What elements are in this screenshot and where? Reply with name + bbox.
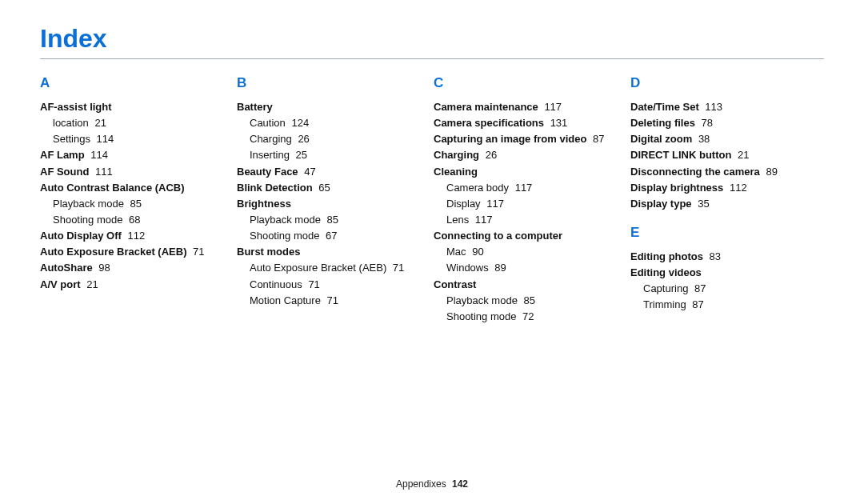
subentry-label: Continuous xyxy=(250,278,302,290)
index-entry: Connecting to a computer xyxy=(434,228,627,244)
entry-label: AutoShare xyxy=(40,262,93,274)
subentry-label: Shooting mode xyxy=(446,310,516,322)
entry-label: Battery xyxy=(237,101,273,113)
index-entry: Deleting files 78 xyxy=(630,115,824,131)
subentry-label: Inserting xyxy=(250,149,290,161)
index-entry: Brightness xyxy=(237,196,430,212)
entry-page: 38 xyxy=(695,133,710,145)
entry-label: Editing photos xyxy=(630,250,703,262)
index-subentry: Shooting mode 68 xyxy=(40,212,234,228)
subentry-label: Auto Exposure Bracket (AEB) xyxy=(250,262,386,274)
index-letter: A xyxy=(40,75,234,91)
index-subentry: Camera body 117 xyxy=(434,180,627,196)
subentry-page: 67 xyxy=(322,230,337,242)
entry-page: 112 xyxy=(125,230,145,242)
entry-label: Connecting to a computer xyxy=(434,230,562,242)
entry-page: 89 xyxy=(763,166,778,178)
subentry-label: Capturing xyxy=(643,282,688,294)
entry-label: A/V port xyxy=(40,278,81,290)
subentry-page: 87 xyxy=(690,298,704,310)
subentry-page: 21 xyxy=(92,117,106,129)
index-letter: C xyxy=(434,75,627,91)
index-entry: Contrast xyxy=(434,277,627,293)
index-entry: Date/Time Set 113 xyxy=(630,99,824,115)
index-column: CCamera maintenance 117Camera specificat… xyxy=(434,75,627,325)
entry-label: Auto Display Off xyxy=(40,230,122,242)
index-entry: Burst modes xyxy=(237,244,430,260)
subentry-label: Shooting mode xyxy=(53,214,122,226)
entry-page: 112 xyxy=(726,182,746,194)
subentry-label: Motion Capture xyxy=(250,294,321,306)
index-subentry: Caution 124 xyxy=(237,115,430,131)
index-subentry: location 21 xyxy=(40,115,234,131)
index-entry: Display type 35 xyxy=(630,196,824,212)
subentry-page: 85 xyxy=(521,294,535,306)
entry-page: 87 xyxy=(590,133,604,145)
subentry-page: 72 xyxy=(519,310,534,322)
index-entry: Display brightness 112 xyxy=(630,180,824,196)
subentry-label: Caution xyxy=(250,117,286,129)
entry-page: 117 xyxy=(542,101,562,113)
index-letter: B xyxy=(237,75,430,91)
index-subentry: Capturing 87 xyxy=(630,281,824,297)
entry-page: 78 xyxy=(698,117,713,129)
index-subentry: Mac 90 xyxy=(434,244,627,260)
subentry-page: 26 xyxy=(295,133,310,145)
index-entry: DIRECT LINK button 21 xyxy=(630,147,824,163)
entry-page: 26 xyxy=(482,149,497,161)
subentry-page: 85 xyxy=(127,198,142,210)
entry-label: AF Sound xyxy=(40,166,89,178)
index-entry: Capturing an image from video 87 xyxy=(434,131,627,147)
subentry-label: Settings xyxy=(53,133,90,145)
index-entry: Battery xyxy=(237,99,430,115)
subentry-label: Playback mode xyxy=(53,198,124,210)
entry-page: 71 xyxy=(190,246,204,258)
index-subentry: Windows 89 xyxy=(434,260,627,276)
entry-label: Blink Detection xyxy=(237,182,313,194)
index-subentry: Playback mode 85 xyxy=(40,196,234,212)
subentry-label: Mac xyxy=(446,246,466,258)
index-column: DDate/Time Set 113Deleting files 78Digit… xyxy=(630,75,824,325)
index-entry: Disconnecting the camera 89 xyxy=(630,164,824,180)
entry-label: Camera maintenance xyxy=(434,101,538,113)
index-subentry: Shooting mode 72 xyxy=(434,309,627,325)
subentry-label: Playback mode xyxy=(250,214,321,226)
entry-label: Brightness xyxy=(237,198,291,210)
page: Index AAF-assist lightlocation 21Setting… xyxy=(0,0,864,504)
entry-page: 47 xyxy=(302,166,316,178)
entry-page: 131 xyxy=(547,117,567,129)
subentry-page: 71 xyxy=(306,278,320,290)
subentry-page: 71 xyxy=(390,262,404,274)
index-subentry: Lens 117 xyxy=(434,212,627,228)
entry-label: Auto Exposure Bracket (AEB) xyxy=(40,246,186,258)
index-entry: AF Sound 111 xyxy=(40,164,234,180)
index-subentry: Settings 114 xyxy=(40,131,234,147)
subentry-page: 71 xyxy=(324,294,338,306)
index-letter: E xyxy=(630,225,824,241)
index-letter: D xyxy=(630,75,824,91)
subentry-label: Shooting mode xyxy=(250,230,319,242)
index-entry: Charging 26 xyxy=(434,147,627,163)
index-column: BBatteryCaution 124Charging 26Inserting … xyxy=(237,75,430,325)
index-entry: Auto Contrast Balance (ACB) xyxy=(40,180,234,196)
entry-label: Display type xyxy=(630,198,692,210)
index-subentry: Trimming 87 xyxy=(630,297,824,313)
index-subentry: Charging 26 xyxy=(237,131,430,147)
entry-page: 35 xyxy=(695,198,710,210)
index-subentry: Shooting mode 67 xyxy=(237,228,430,244)
entry-label: Date/Time Set xyxy=(630,101,699,113)
entry-page: 21 xyxy=(734,149,749,161)
index-entry: AutoShare 98 xyxy=(40,260,234,276)
subentry-label: Camera body xyxy=(446,182,509,194)
index-entry: Blink Detection 65 xyxy=(237,180,430,196)
index-subentry: Inserting 25 xyxy=(237,147,430,163)
index-entry: A/V port 21 xyxy=(40,277,234,293)
subentry-page: 68 xyxy=(126,214,140,226)
subentry-label: Charging xyxy=(250,133,292,145)
entry-label: Capturing an image from video xyxy=(434,133,586,145)
subentry-label: Playback mode xyxy=(446,294,518,306)
subentry-label: Display xyxy=(446,198,481,210)
entry-label: Editing videos xyxy=(630,266,702,278)
subentry-page: 117 xyxy=(484,198,504,210)
entry-label: Contrast xyxy=(434,278,476,290)
